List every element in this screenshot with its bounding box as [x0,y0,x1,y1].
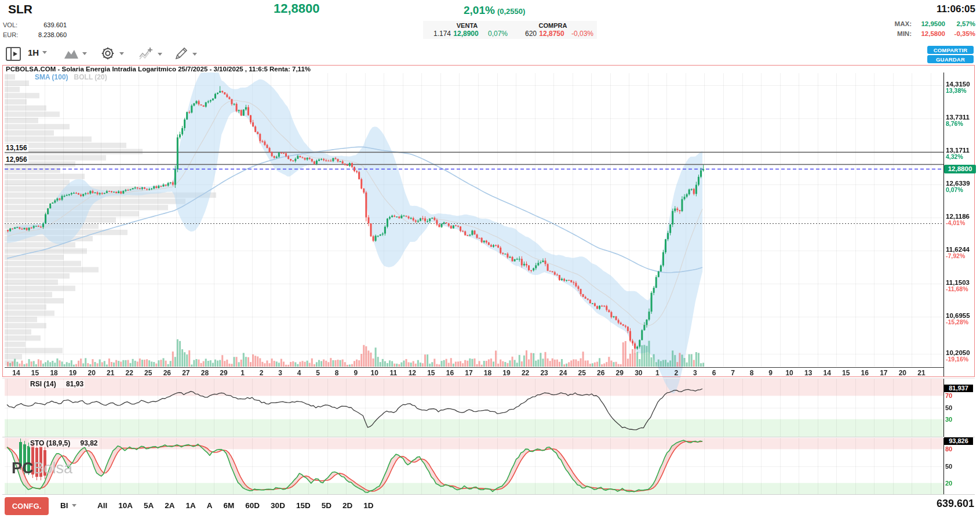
sto-tick-label: 20 [945,480,952,487]
range-buttons: All10A5A2A1AA6M60D30D15D5D2D1D [97,501,373,510]
x-axis-label: 18 [479,369,497,377]
x-axis-label: 13 [800,369,817,377]
sto-value: 93,82 [80,439,97,447]
x-axis-label: 2 [668,369,685,377]
sto-tick-label: 80 [945,445,952,452]
y-axis-label: 11,6244-7,92% [946,246,977,259]
last-price-badge: 12,8800 [944,165,976,173]
total-volume: 639.601 [937,498,974,510]
x-axis-label: 22 [517,369,534,377]
x-axis-label: 9 [762,369,779,377]
mode-selector[interactable]: BI [60,501,76,510]
sto-label-row: STO (18,9,5) 93,82 [29,439,99,447]
rsi-badge: 81,937 [944,385,973,392]
x-axis-label: 28 [196,369,213,377]
range-button-60D[interactable]: 60D [245,501,260,510]
x-axis-label: 17 [875,369,892,377]
x-axis-label: 23 [535,369,553,377]
rsi-label-row: RSI (14) 81,93 [29,380,85,388]
range-button-2D[interactable]: 2D [343,501,352,510]
x-axis-label: 24 [555,369,572,377]
x-axis-label: 29 [611,369,628,377]
x-axis-label: 26 [158,369,176,377]
rsi-tick-label: 50 [945,404,952,411]
range-button-5D[interactable]: 5D [322,501,331,510]
x-axis-label: 20 [894,369,911,377]
x-axis-label: 25 [140,369,157,377]
x-axis-label: 9 [347,369,365,377]
mode-value: BI [60,501,68,510]
x-axis-label: 14 [8,369,25,377]
rsi-label: RSI (14) [30,380,56,388]
x-axis-label: 7 [724,369,742,377]
y-axis-label: 13,17114,32% [946,147,977,160]
rsi-tick-label: 70 [945,392,952,399]
range-button-All[interactable]: All [97,501,107,510]
range-button-15D[interactable]: 15D [296,501,311,510]
sto-badge: 93,826 [944,437,973,445]
x-axis-label: 30 [630,369,647,377]
legend-item: SMA (100) [35,73,68,81]
x-axis-label: 20 [83,369,100,377]
range-button-10A[interactable]: 10A [118,501,133,510]
chart-title: PCBOLSA.COM - Solaria Energia Intradia L… [5,66,312,73]
x-axis-label: 22 [121,369,138,377]
x-axis-label: 16 [856,369,873,377]
y-axis-label: 11,1503-11,68% [946,279,977,292]
range-button-A[interactable]: A [207,501,213,510]
y-axis-label: 10,2050-19,16% [946,349,977,363]
chart-legend: SMA (100)BOLL (20) [34,73,114,81]
x-axis-label: 10 [366,369,383,377]
level-label: 13,156 [5,144,28,152]
x-axis-label: 15 [422,369,440,377]
x-axis-label: 17 [460,369,478,377]
legend-item: BOLL (20) [74,73,107,81]
sto-tick-label: 50 [945,463,952,470]
x-axis-label: 11 [385,369,402,377]
config-button[interactable]: CONFG. [5,497,49,515]
rsi-tick-label: 30 [945,416,952,423]
x-axis-label: 19 [64,369,82,377]
x-axis-label: 8 [743,369,760,377]
y-axis-label: 13,73118,76% [946,114,977,127]
x-axis-label: 26 [592,369,610,377]
watermark-bold: PC [12,459,34,477]
x-axis-label: 10 [781,369,798,377]
chevron-down-icon [72,504,76,507]
rsi-value: 81,93 [66,380,83,388]
x-axis-label: 3 [272,369,289,377]
x-axis-label: 1 [234,369,251,377]
y-axis-label: 12,1186-4,01% [946,213,977,226]
range-button-2A[interactable]: 2A [165,501,174,510]
y-axis-label: 10,6955-15,28% [946,312,977,325]
x-axis-label: 6 [705,369,723,377]
range-button-30D[interactable]: 30D [271,501,285,510]
x-axis-label: 2 [253,369,270,377]
sto-label: STO (18,9,5) [30,439,70,447]
x-axis-label: 15 [27,369,44,377]
level-label: 12,956 [5,155,28,164]
x-axis-label: 8 [328,369,345,377]
y-axis-label: 14,315013,38% [946,81,977,94]
y-axis-label: 12,63390,07% [946,180,977,193]
x-axis-label: 21 [913,369,930,377]
x-axis-label: 27 [177,369,195,377]
pcbolsa-watermark: PCBolsa [12,459,72,477]
x-axis-label: 12 [403,369,421,377]
x-axis-label: 14 [818,369,836,377]
range-button-5A[interactable]: 5A [144,501,154,510]
x-axis-label: 4 [290,369,308,377]
watermark-light: Bolsa [34,459,73,477]
x-axis-label: 25 [573,369,591,377]
x-axis-label: 1 [649,369,666,377]
chart-canvas[interactable] [0,0,980,518]
x-axis-label: 19 [498,369,515,377]
x-axis-label: 29 [215,369,232,377]
x-axis-label: 5 [309,369,327,377]
range-button-1A[interactable]: 1A [186,501,196,510]
range-button-6M[interactable]: 6M [224,501,235,510]
x-axis-label: 16 [441,369,458,377]
x-axis-label: 18 [45,369,63,377]
range-button-1D[interactable]: 1D [363,501,373,510]
x-axis-label: 3 [686,369,704,377]
